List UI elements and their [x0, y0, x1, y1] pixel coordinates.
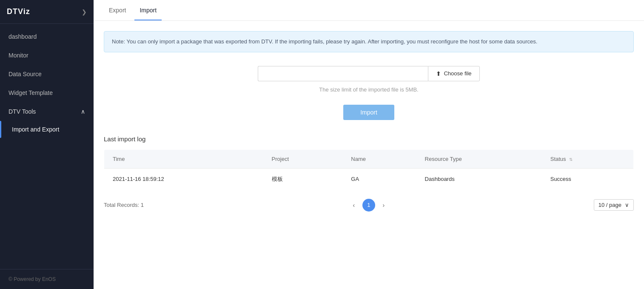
cell-status: Success: [542, 168, 634, 190]
sidebar-item-dtv-tools[interactable]: DTV Tools ∧: [0, 102, 94, 121]
size-hint: The size limit of the imported file is 5…: [104, 86, 634, 93]
sidebar-item-dashboard[interactable]: dashboard: [0, 27, 94, 46]
choose-file-button[interactable]: ⬆ Choose file: [428, 66, 479, 81]
upload-icon: ⬆: [436, 70, 441, 77]
import-button-label: Import: [360, 109, 377, 116]
app-logo: DTViz: [7, 7, 30, 16]
table-header: Time Project Name Resource Type Status: [104, 149, 634, 168]
powered-by-label: © Powered by EnOS: [9, 276, 56, 282]
info-banner-text: Note: You can only import a package that…: [112, 38, 537, 45]
total-records: Total Records: 1: [104, 202, 144, 208]
sidebar-collapse-icon[interactable]: ❯: [82, 9, 87, 15]
sidebar-item-monitor[interactable]: Monitor: [0, 46, 94, 65]
content-area: Note: You can only import a package that…: [94, 21, 644, 289]
section-title: Last import log: [104, 135, 634, 143]
table-row: 2021-11-16 18:59:12 模板 GA Dashboards Suc…: [104, 168, 634, 190]
sidebar-item-widget-template[interactable]: Widget Template: [0, 83, 94, 102]
last-import-log-section: Last import log Time Project Name: [104, 135, 634, 212]
tab-import[interactable]: Import: [134, 0, 162, 20]
import-button-area: Import: [104, 105, 634, 120]
col-time: Time: [104, 149, 263, 168]
sort-icon: ⇅: [569, 157, 573, 162]
log-table: Time Project Name Resource Type Status: [104, 149, 634, 190]
col-resource-type: Resource Type: [416, 149, 542, 168]
page-size-label: 10 / page: [598, 202, 621, 208]
pagination-controls: ‹ 1 ›: [348, 199, 390, 212]
page-size-selector[interactable]: 10 / page ∨: [594, 199, 634, 211]
size-hint-text: The size limit of the imported file is 5…: [319, 86, 418, 93]
sidebar-item-import-export[interactable]: Import and Export: [0, 121, 94, 138]
import-button[interactable]: Import: [343, 105, 394, 120]
col-status[interactable]: Status ⇅: [542, 149, 634, 168]
col-project: Project: [263, 149, 343, 168]
cell-name: GA: [342, 168, 416, 190]
sidebar-item-label: Monitor: [9, 52, 28, 59]
sidebar: DTViz ❯ dashboard Monitor Data Source Wi…: [0, 0, 94, 289]
tab-bar: Export Import: [94, 0, 644, 21]
chevron-down-icon: ∨: [625, 202, 629, 208]
pagination-area: Total Records: 1 ‹ 1 › 10 / page ∨: [104, 199, 634, 212]
col-name: Name: [342, 149, 416, 168]
cell-project: 模板: [263, 168, 343, 190]
info-banner: Note: You can only import a package that…: [104, 31, 634, 52]
sidebar-item-label: Widget Template: [9, 89, 53, 96]
sidebar-item-label: Data Source: [9, 71, 42, 77]
file-input-area: ⬆ Choose file: [104, 66, 634, 81]
cell-resource-type: Dashboards: [416, 168, 542, 190]
page-number-1[interactable]: 1: [362, 199, 375, 212]
sidebar-header: DTViz ❯: [0, 0, 94, 24]
chevron-up-icon: ∧: [81, 108, 85, 115]
cell-time: 2021-11-16 18:59:12: [104, 168, 263, 190]
next-page-button[interactable]: ›: [378, 199, 390, 211]
sidebar-item-datasource[interactable]: Data Source: [0, 65, 94, 83]
file-path-input[interactable]: [258, 66, 428, 81]
sidebar-item-label: dashboard: [9, 33, 37, 40]
sidebar-item-label: DTV Tools: [9, 108, 36, 115]
sidebar-nav: dashboard Monitor Data Source Widget Tem…: [0, 24, 94, 269]
chevron-right-icon: ›: [383, 202, 385, 209]
main-content: Export Import Note: You can only import …: [94, 0, 644, 289]
sidebar-footer: © Powered by EnOS: [0, 269, 94, 289]
prev-page-button[interactable]: ‹: [348, 199, 360, 211]
tab-export[interactable]: Export: [104, 0, 131, 20]
chevron-left-icon: ‹: [353, 202, 355, 209]
sidebar-subitem-label: Import and Export: [12, 126, 59, 133]
file-input-wrapper: ⬆ Choose file: [258, 66, 479, 81]
table-body: 2021-11-16 18:59:12 模板 GA Dashboards Suc…: [104, 168, 634, 190]
choose-file-label: Choose file: [444, 70, 471, 77]
